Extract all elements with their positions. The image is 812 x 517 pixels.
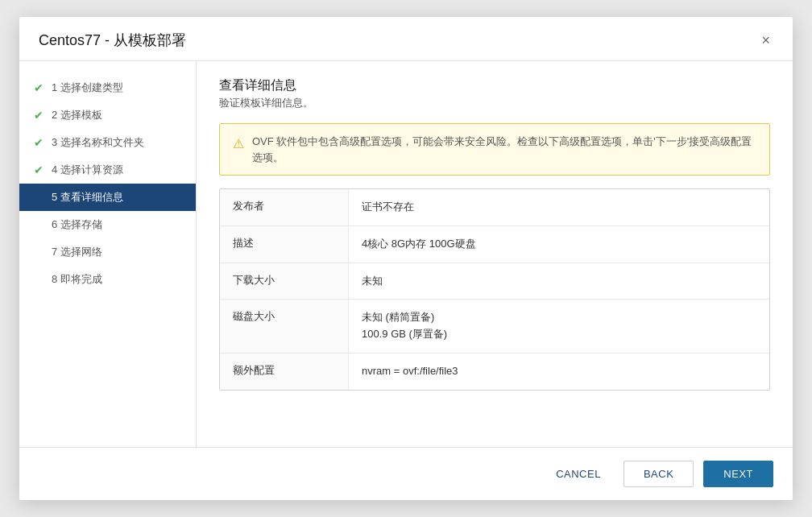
table-cell-label: 额外配置 bbox=[220, 354, 349, 390]
back-button[interactable]: BACK bbox=[624, 461, 694, 487]
table-cell-label: 下载大小 bbox=[220, 263, 349, 300]
cancel-button[interactable]: CANCEL bbox=[543, 461, 614, 486]
sidebar-item-step4[interactable]: ✔4 选择计算资源 bbox=[19, 156, 196, 184]
next-button[interactable]: NEXT bbox=[703, 461, 773, 487]
content-header: 查看详细信息 验证模板详细信息。 bbox=[219, 77, 770, 110]
sidebar-item-label: 2 选择模板 bbox=[52, 108, 102, 122]
deploy-dialog: Centos77 - 从模板部署 × ✔1 选择创建类型✔2 选择模板✔3 选择… bbox=[19, 17, 793, 500]
content-title: 查看详细信息 bbox=[219, 77, 770, 94]
sidebar-item-label: 8 即将完成 bbox=[52, 272, 102, 287]
table-cell-value: 4核心 8G内存 100G硬盘 bbox=[349, 226, 769, 263]
main-content: 查看详细信息 验证模板详细信息。 ⚠ OVF 软件包中包含高级配置选项，可能会带… bbox=[197, 61, 793, 447]
sidebar: ✔1 选择创建类型✔2 选择模板✔3 选择名称和文件夹✔4 选择计算资源5 查看… bbox=[19, 61, 197, 447]
dialog-title: Centos77 - 从模板部署 bbox=[39, 31, 186, 50]
sidebar-item-step5[interactable]: 5 查看详细信息 bbox=[19, 184, 196, 211]
warning-box: ⚠ OVF 软件包中包含高级配置选项，可能会带来安全风险。检查以下高级配置选项，… bbox=[219, 123, 770, 176]
table-cell-label: 描述 bbox=[220, 226, 349, 263]
sidebar-item-label: 4 选择计算资源 bbox=[52, 163, 123, 177]
dialog-footer: CANCEL BACK NEXT bbox=[19, 447, 793, 500]
table-row: 下载大小未知 bbox=[220, 263, 769, 300]
table-cell-value: 未知 bbox=[349, 263, 769, 300]
dialog-header: Centos77 - 从模板部署 × bbox=[19, 17, 793, 61]
warning-text: OVF 软件包中包含高级配置选项，可能会带来安全风险。检查以下高级配置选项，单击… bbox=[252, 134, 756, 165]
check-icon: ✔ bbox=[32, 136, 45, 149]
sidebar-item-label: 3 选择名称和文件夹 bbox=[52, 135, 144, 150]
sidebar-item-step3[interactable]: ✔3 选择名称和文件夹 bbox=[19, 129, 196, 156]
table-cell-value: 证书不存在 bbox=[349, 189, 769, 225]
table-cell-label: 发布者 bbox=[220, 189, 349, 225]
table-cell-value: 未知 (精简置备)100.9 GB (厚置备) bbox=[349, 300, 769, 353]
sidebar-item-label: 6 选择存储 bbox=[52, 217, 102, 232]
table-cell-value: nvram = ovf:/file/file3 bbox=[349, 354, 769, 390]
table-row: 描述4核心 8G内存 100G硬盘 bbox=[220, 226, 769, 263]
close-button[interactable]: × bbox=[758, 30, 773, 51]
check-icon: ✔ bbox=[32, 81, 45, 94]
sidebar-item-step1[interactable]: ✔1 选择创建类型 bbox=[19, 74, 196, 101]
sidebar-item-step6[interactable]: 6 选择存储 bbox=[19, 211, 196, 238]
sidebar-item-step8[interactable]: 8 即将完成 bbox=[19, 266, 196, 293]
sidebar-item-label: 7 选择网络 bbox=[52, 245, 102, 259]
table-row: 磁盘大小未知 (精简置备)100.9 GB (厚置备) bbox=[220, 300, 769, 354]
sidebar-item-step2[interactable]: ✔2 选择模板 bbox=[19, 101, 196, 129]
table-row: 发布者证书不存在 bbox=[220, 189, 769, 226]
warning-icon: ⚠ bbox=[233, 134, 244, 165]
sidebar-item-step7[interactable]: 7 选择网络 bbox=[19, 238, 196, 266]
table-row: 额外配置nvram = ovf:/file/file3 bbox=[220, 354, 769, 390]
content-subtitle: 验证模板详细信息。 bbox=[219, 96, 770, 110]
check-icon: ✔ bbox=[32, 163, 45, 176]
sidebar-item-label: 5 查看详细信息 bbox=[52, 190, 123, 205]
check-icon: ✔ bbox=[32, 109, 45, 122]
info-table: 发布者证书不存在描述4核心 8G内存 100G硬盘下载大小未知磁盘大小未知 (精… bbox=[219, 188, 770, 391]
sidebar-item-label: 1 选择创建类型 bbox=[52, 81, 123, 95]
table-cell-label: 磁盘大小 bbox=[220, 300, 349, 353]
dialog-body: ✔1 选择创建类型✔2 选择模板✔3 选择名称和文件夹✔4 选择计算资源5 查看… bbox=[19, 61, 793, 447]
